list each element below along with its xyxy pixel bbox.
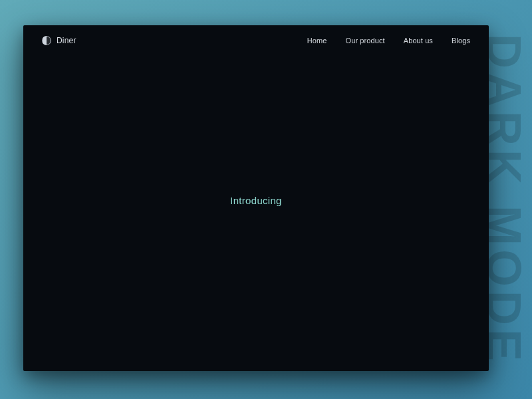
nav-link-our-product[interactable]: Our product xyxy=(346,37,385,45)
nav-link-blogs[interactable]: Blogs xyxy=(452,37,470,45)
page-background: DARK MODE Diner Home Our product About u… xyxy=(0,0,532,399)
nav-link-about-us[interactable]: About us xyxy=(404,37,433,45)
app-window: Diner Home Our product About us Blogs In… xyxy=(23,25,489,371)
nav-links: Home Our product About us Blogs xyxy=(307,37,470,45)
contrast-icon xyxy=(42,36,51,45)
nav-link-home[interactable]: Home xyxy=(307,37,327,45)
brand-name: Diner xyxy=(57,36,76,45)
navbar: Diner Home Our product About us Blogs xyxy=(23,25,489,56)
hero-area: Introducing xyxy=(23,56,489,371)
hero-text: Introducing xyxy=(230,195,282,206)
brand[interactable]: Diner xyxy=(42,36,76,45)
